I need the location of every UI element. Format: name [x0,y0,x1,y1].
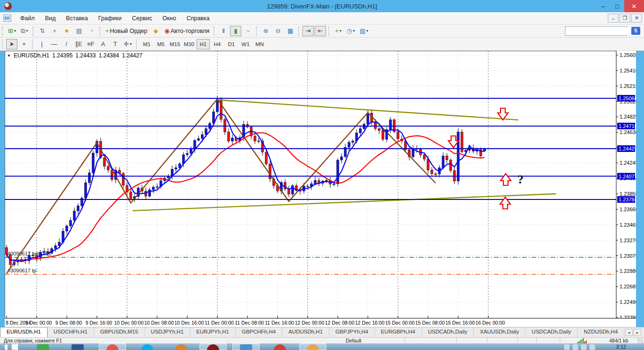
equidistant-channel-icon: ∥E [75,40,82,48]
resize-grip[interactable] [637,338,643,343]
timeframe-d1[interactable]: D1 [225,39,238,49]
menu-справка[interactable]: Справка [181,13,215,24]
chart-tab-audusdh-h1[interactable]: AUDUSDh,H1 [282,327,329,337]
chart-candles-button[interactable]: ▮ [230,26,241,36]
trendline-button[interactable]: / [61,39,72,49]
navigator-icon: ★ [64,27,70,34]
horizontal-line-button[interactable]: — [48,39,60,49]
chart-tab-gbpchfh-h4[interactable]: GBPCHFh,H4 [236,327,282,337]
red-up-arrow[interactable] [500,197,510,209]
chart-tab-usdjpyh-h1[interactable]: USDJPYh,H1 [145,327,191,337]
timeframe-m1[interactable]: M1 [140,39,153,49]
taskbar-app-store[interactable] [37,344,49,350]
dropdown-caret-icon[interactable]: ▾ [366,29,368,33]
timeframe-h1[interactable]: H1 [197,39,210,49]
chart-tab-usdcadh-daily[interactable]: USDCADh,Daily [422,327,474,337]
taskbar-app-viewer[interactable] [240,344,252,350]
menu-вид[interactable]: Вид [40,13,61,24]
menu-вставка[interactable]: Вставка [61,13,93,24]
chart-restore-button[interactable]: ❐ [620,14,630,23]
chart-tab-xauusdh-daily[interactable]: XAUUSDh,Daily [474,327,525,337]
window-close-button[interactable]: ✕ [624,0,644,12]
chart-tab-nzdusdh-h4[interactable]: NZDUSDh,H4 [578,327,624,337]
question-mark-annotation[interactable]: ? [517,173,524,186]
chart-close-button[interactable]: ✕ [631,14,642,23]
search-input[interactable] [565,27,636,35]
start-button[interactable] [12,344,18,350]
dropdown-caret-icon[interactable]: ▾ [26,29,28,33]
dropdown-caret-icon[interactable]: ▾ [130,42,132,46]
zigzag-line[interactable] [7,99,436,274]
chart-line-button[interactable]: ~ [242,26,254,36]
tile-windows-button[interactable]: ▦ [285,26,296,36]
terminal-button[interactable]: ▤ [73,26,85,36]
cursor-button[interactable]: ➤ [6,39,17,49]
tab-scroll-right-button[interactable]: ▸ [634,329,641,336]
timeframe-m15[interactable]: M15 [168,39,182,49]
zoom-out-button[interactable]: ⊖ [272,26,284,36]
window-maximize-button[interactable]: □ [610,0,624,12]
taskbar-app-docs[interactable] [72,344,84,350]
tab-scroll-left-button[interactable]: ◂ [625,329,633,336]
data-window-button[interactable]: + [49,26,60,36]
dropdown-caret-icon[interactable]: ▾ [340,29,342,33]
taskbar-app-firefox[interactable] [175,344,187,350]
strategy-tester-icon: ◔ [89,27,93,34]
chart-shift-button[interactable]: ⇤ [315,26,326,36]
tab-scroll-buttons: ◂▸ [625,329,644,337]
chart-tab-gbpjpyh-h4[interactable]: GBPJPYh,H4 [329,327,375,337]
time-axis[interactable]: 8 Dec 20149 Dec 00:009 Dec 08:009 Dec 16… [5,318,636,327]
window-minimize-button[interactable]: – [596,0,610,12]
chart-tab-gbpusdh-m15[interactable]: GBPUSDh,M15 [94,327,145,337]
vertical-line-button[interactable]: | [36,39,48,49]
arrows-button[interactable]: ✢▾ [122,39,134,49]
timeframe-w1[interactable]: W1 [239,39,252,49]
dropdown-caret-icon[interactable]: ▾ [353,29,355,33]
strategy-tester-button[interactable]: ◔ [86,26,97,36]
profiles-button[interactable]: ⧉▾ [19,26,30,36]
menu-сервис[interactable]: Сервис [127,13,158,24]
timeframe-h4[interactable]: H4 [211,39,224,49]
crosshair-button[interactable]: + [18,39,30,49]
fibonacci-button[interactable]: ≡F [85,39,96,49]
timeframe-m30[interactable]: M30 [183,39,196,49]
text-label-button[interactable]: T [110,39,121,49]
chart-tab-usdcadh-daily[interactable]: USDCADh,Daily [525,327,578,337]
chart-bars-button[interactable]: ‖ [218,26,229,36]
chart-minimize-button[interactable]: – [608,14,619,23]
dropdown-caret-icon[interactable]: ▾ [14,29,16,33]
equidistant-channel-button[interactable]: ∥E [73,39,84,49]
menu-графики[interactable]: Графики [93,13,127,24]
taskbar-app-skype[interactable] [141,344,153,350]
chart-tab-eurgbph-h4[interactable]: EURGBPh,H4 [375,327,422,337]
taskbar-app-gear[interactable] [274,344,286,350]
timeframe-m5[interactable]: M5 [154,39,167,49]
start-button[interactable] [5,344,11,350]
lower-channel-line[interactable] [133,194,556,211]
navigator-button[interactable]: ★ [61,26,72,36]
metaeditor-button[interactable]: ◆ [150,26,161,36]
chat-badge[interactable]: 5 [631,27,640,35]
menu-окно[interactable]: Окно [157,13,181,24]
price-chart[interactable]: 1.256051.254101.252151.250201.248251.246… [5,51,636,318]
new-chart-button[interactable]: ⊞▾ [6,26,18,36]
market-watch-button[interactable]: ⇅ [37,26,48,36]
text-button[interactable]: A [97,39,109,49]
timeframe-mn[interactable]: MN [253,39,266,49]
chart-tab-usdchfh-h1[interactable]: USDCHFh,H1 [48,327,94,337]
templates-button[interactable]: ▨▾ [358,26,370,36]
new-order-button[interactable]: +Новый Ордер [103,26,149,36]
autotrading-button[interactable]: ◉Авто-торговля [162,26,211,36]
toolbar-grip [2,26,4,36]
system-tray[interactable] [564,344,597,350]
status-profile[interactable]: Default [346,338,361,343]
zoom-in-button[interactable]: ⊕ [260,26,271,36]
auto-scroll-button[interactable]: ⇥ [302,26,314,36]
chart-tab-eurusdh-h1[interactable]: EURUSDh,H1 [0,327,48,337]
legend-expand-icon[interactable]: ▼ [7,54,11,58]
indicators-button[interactable]: +▾ [333,26,344,36]
chart-tab-eurjpyh-h1[interactable]: EURJPYh,H1 [190,327,236,337]
periods-button[interactable]: ◷▾ [345,26,357,36]
red-up-arrow[interactable] [501,174,511,185]
menu-файл[interactable]: Файл [15,13,40,24]
